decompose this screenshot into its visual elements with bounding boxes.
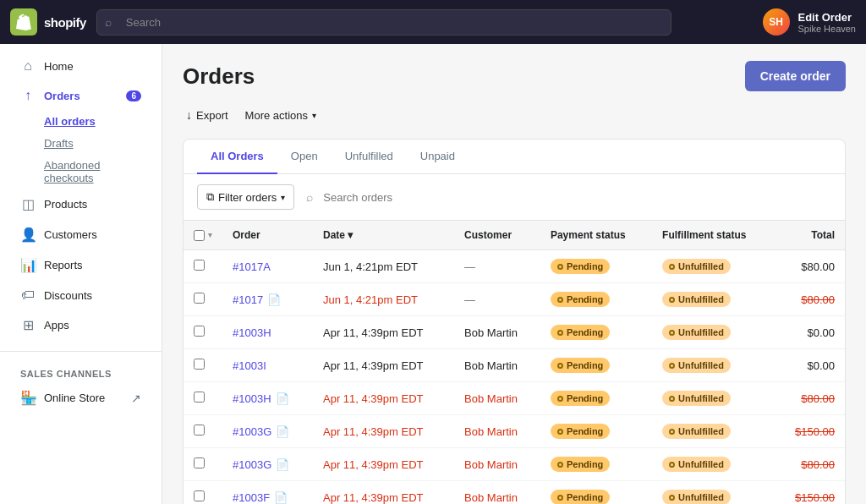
table-row: #1003F 📄Apr 11, 4:39pm EDTBob MartinPend… bbox=[184, 481, 845, 505]
customer-cell: — bbox=[454, 283, 540, 316]
discounts-icon: 🏷 bbox=[20, 288, 36, 303]
fulfillment-status-cell: Unfulfilled bbox=[652, 250, 775, 283]
create-order-button[interactable]: Create order bbox=[745, 61, 846, 91]
payment-badge-dot bbox=[557, 363, 563, 369]
row-checkbox[interactable] bbox=[194, 425, 205, 436]
order-cell: #1003I bbox=[222, 349, 313, 382]
customer-cell: Bob Martin bbox=[454, 349, 540, 382]
order-link[interactable]: #1017 bbox=[233, 293, 263, 306]
sidebar-item-customers[interactable]: 👤 Customers bbox=[7, 220, 155, 249]
fulfillment-badge: Unfulfilled bbox=[662, 358, 731, 373]
payment-status-cell: Pending bbox=[540, 382, 652, 415]
payment-badge-dot bbox=[557, 429, 563, 435]
sidebar-item-apps[interactable]: ⊞ Apps bbox=[7, 310, 155, 340]
tab-all-orders[interactable]: All Orders bbox=[197, 140, 277, 174]
store-external-link-icon[interactable]: ↗ bbox=[131, 392, 141, 405]
date-cell: Apr 11, 4:39pm EDT bbox=[313, 349, 454, 382]
order-link[interactable]: #1003H bbox=[233, 326, 271, 339]
row-checkbox[interactable] bbox=[194, 359, 205, 370]
search-orders-input[interactable] bbox=[303, 188, 831, 207]
payment-status-cell: Pending bbox=[540, 481, 652, 505]
export-button[interactable]: ↓ Export bbox=[183, 105, 232, 125]
order-doc-icon: 📄 bbox=[276, 458, 289, 471]
order-link[interactable]: #1003G bbox=[233, 458, 271, 471]
orders-table: ▾ Order Date ▾ Customer Payment status F… bbox=[184, 221, 845, 504]
sidebar-sub-abandoned[interactable]: Abandoned checkouts bbox=[7, 155, 155, 189]
sidebar-item-online-store[interactable]: 🏪 Online Store ↗ bbox=[7, 383, 155, 413]
row-checkbox[interactable] bbox=[194, 392, 205, 403]
more-actions-button[interactable]: More actions ▾ bbox=[242, 106, 320, 125]
sidebar-sub-drafts[interactable]: Drafts bbox=[7, 133, 155, 154]
order-link[interactable]: #1017A bbox=[233, 260, 271, 273]
sidebar-item-discounts[interactable]: 🏷 Discounts bbox=[7, 281, 155, 310]
customer-cell: Bob Martin bbox=[454, 316, 540, 349]
sidebar-discounts-label: Discounts bbox=[44, 289, 92, 302]
date-cell: Apr 11, 4:39pm EDT bbox=[313, 316, 454, 349]
search-icon: ⌕ bbox=[105, 15, 112, 29]
th-order: Order bbox=[222, 221, 313, 250]
select-all-chevron-icon[interactable]: ▾ bbox=[208, 231, 212, 239]
tab-unfulfilled[interactable]: Unfulfilled bbox=[332, 140, 407, 174]
table-row: #1003G 📄Apr 11, 4:39pm EDTBob MartinPend… bbox=[184, 415, 845, 448]
sidebar-item-home[interactable]: ⌂ Home bbox=[7, 52, 155, 80]
row-checkbox[interactable] bbox=[194, 457, 205, 468]
fulfillment-badge-dot bbox=[669, 495, 675, 501]
order-link[interactable]: #1003G bbox=[233, 425, 271, 438]
date-cell: Jun 1, 4:21pm EDT bbox=[313, 283, 454, 316]
sidebar-products-label: Products bbox=[44, 198, 87, 211]
more-actions-label: More actions bbox=[245, 109, 308, 122]
page-title: Orders bbox=[183, 63, 745, 90]
row-checkbox[interactable] bbox=[194, 490, 205, 501]
total-cell: $80.00 bbox=[775, 283, 845, 316]
filter-label: Filter orders bbox=[218, 191, 277, 204]
order-cell: #1003H 📄 bbox=[222, 382, 313, 415]
tab-open[interactable]: Open bbox=[277, 140, 332, 174]
date-cell: Apr 11, 4:39pm EDT bbox=[313, 382, 454, 415]
tab-unpaid[interactable]: Unpaid bbox=[407, 140, 469, 174]
customer-cell: Bob Martin bbox=[454, 448, 540, 481]
shopify-logo[interactable]: shopify bbox=[10, 8, 86, 36]
total-cell: $80.00 bbox=[775, 448, 845, 481]
table-header-row: ▾ Order Date ▾ Customer Payment status F… bbox=[184, 221, 845, 250]
payment-badge: Pending bbox=[551, 490, 610, 504]
th-checkbox: ▾ bbox=[184, 221, 222, 250]
th-fulfillment-status: Fulfillment status bbox=[652, 221, 775, 250]
payment-badge: Pending bbox=[551, 457, 610, 472]
order-cell: #1003H bbox=[222, 316, 313, 349]
fulfillment-badge: Unfulfilled bbox=[662, 457, 731, 472]
sidebar-home-label: Home bbox=[44, 60, 74, 73]
shopify-text: shopify bbox=[44, 15, 86, 30]
row-checkbox[interactable] bbox=[194, 260, 205, 271]
row-checkbox[interactable] bbox=[194, 293, 205, 304]
table-row: #1003IApr 11, 4:39pm EDTBob MartinPendin… bbox=[184, 349, 845, 382]
avatar[interactable]: SH bbox=[763, 8, 790, 36]
order-link[interactable]: #1003F bbox=[233, 491, 270, 504]
order-cell: #1017 📄 bbox=[222, 283, 313, 316]
total-cell: $0.00 bbox=[775, 316, 845, 349]
order-link[interactable]: #1003H bbox=[233, 392, 271, 405]
order-cell: #1003F 📄 bbox=[222, 481, 313, 505]
sidebar-customers-label: Customers bbox=[44, 228, 97, 241]
filter-orders-button[interactable]: ⧉ Filter orders ▾ bbox=[197, 184, 294, 210]
order-cell: #1017A bbox=[222, 250, 313, 283]
fulfillment-badge-dot bbox=[669, 462, 675, 468]
select-all-checkbox[interactable] bbox=[194, 230, 205, 241]
fulfillment-status-cell: Unfulfilled bbox=[652, 349, 775, 382]
customer-cell: Bob Martin bbox=[454, 481, 540, 505]
payment-badge-dot bbox=[557, 297, 563, 303]
search-input[interactable] bbox=[96, 9, 671, 36]
sidebar-item-reports[interactable]: 📊 Reports bbox=[7, 250, 155, 280]
sidebar-sub-all-orders[interactable]: All orders bbox=[7, 111, 155, 132]
payment-badge-dot bbox=[557, 495, 563, 501]
store-icon: 🏪 bbox=[20, 390, 36, 406]
th-date[interactable]: Date ▾ bbox=[313, 221, 454, 250]
fulfillment-badge-dot bbox=[669, 330, 675, 336]
sidebar-item-orders[interactable]: ↑ Orders 6 bbox=[7, 81, 155, 110]
sidebar-item-products[interactable]: ◫ Products bbox=[7, 189, 155, 219]
orders-tabs: All Orders Open Unfulfilled Unpaid bbox=[184, 140, 845, 174]
row-checkbox[interactable] bbox=[194, 326, 205, 337]
th-payment-status: Payment status bbox=[540, 221, 652, 250]
orders-badge: 6 bbox=[126, 90, 141, 101]
order-link[interactable]: #1003I bbox=[233, 359, 266, 372]
more-actions-chevron-icon: ▾ bbox=[312, 111, 316, 120]
